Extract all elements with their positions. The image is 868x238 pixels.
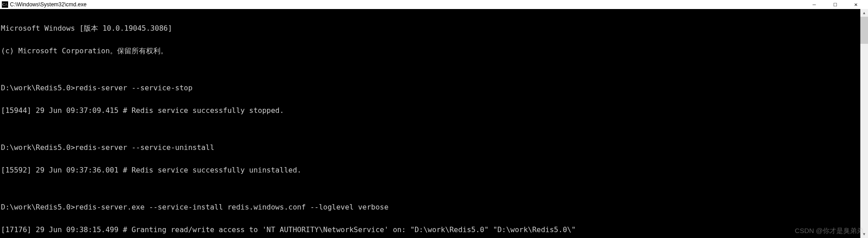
minimize-button[interactable]: ─ — [804, 0, 825, 9]
terminal-line: Microsoft Windows [版本 10.0.19045.3086] — [1, 25, 867, 33]
terminal-line: [15592] 29 Jun 09:37:36.001 # Redis serv… — [1, 167, 867, 174]
terminal-line: D:\work\Redis5.0>redis-server.exe --serv… — [1, 204, 867, 211]
maximize-button[interactable]: ☐ — [825, 0, 845, 9]
svg-text:C:\: C:\ — [2, 2, 8, 7]
window-titlebar: C:\ C:\Windows\System32\cmd.exe ─ ☐ ✕ — [0, 0, 868, 9]
window-controls: ─ ☐ ✕ — [804, 0, 866, 9]
terminal-line: [15944] 29 Jun 09:37:09.415 # Redis serv… — [1, 107, 867, 115]
window-title: C:\Windows\System32\cmd.exe — [10, 1, 804, 8]
vertical-scrollbar[interactable]: ▲ ▼ — [860, 9, 868, 238]
scrollbar-up-arrow[interactable]: ▲ — [860, 9, 868, 17]
terminal-line: [17176] 29 Jun 09:38:15.499 # Granting r… — [1, 226, 867, 234]
scrollbar-thumb[interactable] — [860, 17, 868, 44]
terminal-output[interactable]: Microsoft Windows [版本 10.0.19045.3086] (… — [0, 9, 868, 238]
cmd-icon: C:\ — [2, 1, 8, 8]
close-button[interactable]: ✕ — [845, 0, 866, 9]
terminal-line: (c) Microsoft Corporation。保留所有权利。 — [1, 47, 867, 55]
terminal-line: D:\work\Redis5.0>redis-server --service-… — [1, 84, 867, 92]
watermark-text: CSDN @你才是臭弟弟 — [795, 227, 863, 235]
terminal-line: D:\work\Redis5.0>redis-server --service-… — [1, 144, 867, 152]
